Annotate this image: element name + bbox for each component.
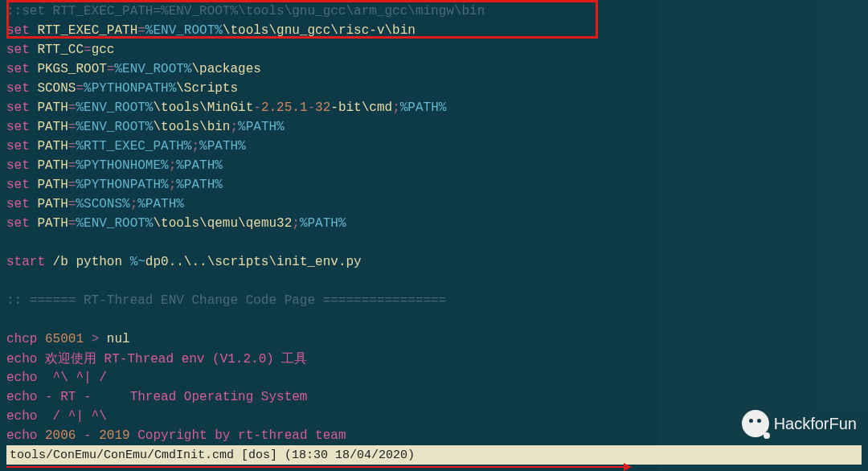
code-line: set PATH=%ENV_ROOT%\tools\MinGit-2.25.1-… (6, 98, 868, 117)
code-line: echo 2006 - 2019 Copyright by rt-thread … (6, 426, 868, 445)
code-line: start /b python %~dp0..\..\scripts\init_… (6, 252, 868, 272)
comment-line: :: ====== RT-Thread ENV Change Code Page… (6, 291, 868, 310)
code-line: chcp 65001 > nul (6, 330, 868, 349)
code-line: echo 欢迎使用 RT-Thread env (V1.2.0) 工具 (6, 349, 868, 368)
code-line: set PATH=%ENV_ROOT%\tools\bin;%PATH% (6, 117, 868, 137)
code-line: set PKGS_ROOT=%ENV_ROOT%\packages (6, 59, 868, 79)
code-line: set PATH=%ENV_ROOT%\tools\qemu\qemu32;%P… (6, 214, 868, 233)
code-line: set PATH=%PYTHONHOME%;%PATH% (6, 156, 868, 175)
statusbar: tools/ConEmu/ConEmu/CmdInit.cmd [dos] (1… (6, 445, 862, 465)
blank-line (6, 310, 868, 330)
code-line: echo / ^| ^\ (6, 407, 868, 426)
code-line: set SCONS=%PYTHONPATH%\Scripts (6, 79, 868, 98)
blank-line (6, 233, 868, 252)
code-line: set PATH=%PYTHONPATH%;%PATH% (6, 175, 868, 195)
code-line: set RTT_CC=gcc (6, 40, 868, 59)
code-line: echo - RT - Thread Operating System (6, 387, 868, 407)
code-editor[interactable]: ::set RTT_EXEC_PATH=%ENV_ROOT%\tools\gnu… (0, 0, 868, 465)
blank-line (6, 272, 868, 291)
code-line: set RTT_EXEC_PATH=%ENV_ROOT%\tools\gnu_g… (6, 21, 868, 40)
annotation-arrow (6, 466, 625, 468)
code-line: set PATH=%SCONS%;%PATH% (6, 195, 868, 214)
code-line: ::set RTT_EXEC_PATH=%ENV_ROOT%\tools\gnu… (6, 2, 868, 21)
code-line: echo ^\ ^| / (6, 368, 868, 387)
code-line: set PATH=%RTT_EXEC_PATH%;%PATH% (6, 137, 868, 156)
statusbar-text: tools/ConEmu/ConEmu/CmdInit.cmd [dos] (1… (10, 448, 415, 462)
